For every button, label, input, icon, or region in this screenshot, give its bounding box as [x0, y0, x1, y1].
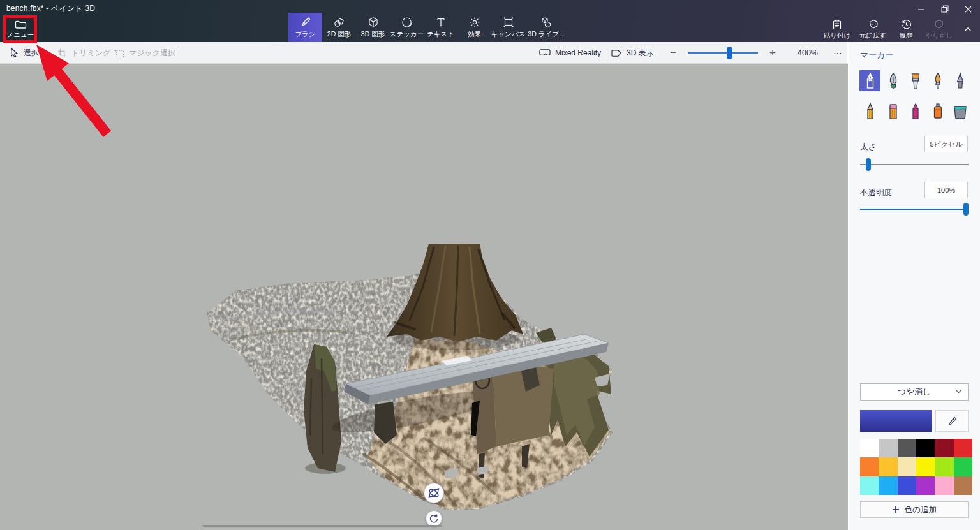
palette-color[interactable]: [860, 457, 879, 476]
orbit-rotate-button[interactable]: [424, 483, 444, 503]
palette-color[interactable]: [879, 457, 897, 476]
brush-eraser[interactable]: [882, 100, 903, 121]
crayon-icon: [908, 102, 923, 120]
palette-color[interactable]: [935, 439, 953, 457]
canvas-toolbar: 選択 トリミング マジック選択 Mixed Reality 3D 表示 − + …: [0, 42, 847, 64]
window-title: bench.fbx* - ペイント 3D: [6, 0, 95, 17]
tab-brush[interactable]: ブラシ: [288, 13, 322, 42]
thickness-slider[interactable]: [860, 158, 969, 171]
palette-color[interactable]: [860, 476, 879, 495]
palette-color[interactable]: [898, 476, 916, 495]
palette-color[interactable]: [898, 457, 916, 476]
magic-select-button[interactable]: マジック選択: [114, 42, 175, 64]
tab-label: テキスト: [427, 30, 454, 39]
oil-brush-icon: [908, 72, 923, 90]
opacity-value[interactable]: 100%: [924, 182, 968, 198]
more-options-button[interactable]: ⋯: [833, 48, 843, 58]
tab-3d-shapes[interactable]: 3D 図形: [356, 13, 390, 42]
palette-color[interactable]: [954, 476, 972, 495]
brush-settings-panel: マーカー: [849, 42, 980, 530]
opacity-slider[interactable]: [860, 203, 969, 216]
reset-rotation-icon: [429, 513, 439, 524]
collapse-ribbon-button[interactable]: [958, 17, 977, 42]
brush-oil[interactable]: [905, 70, 926, 91]
palette-color[interactable]: [916, 457, 935, 476]
palette-color[interactable]: [954, 457, 972, 476]
palette-color[interactable]: [916, 439, 935, 457]
palette-color[interactable]: [935, 476, 953, 495]
canvas-viewport[interactable]: [0, 64, 848, 530]
zoom-controls: − + 400% ⋯: [664, 42, 843, 64]
thickness-value[interactable]: 5ピクセル: [924, 136, 968, 152]
opacity-thumb[interactable]: [963, 203, 969, 216]
brush-spray-can[interactable]: [927, 100, 948, 121]
tab-canvas[interactable]: キャンバス: [491, 13, 525, 42]
bench-3d-model[interactable]: [204, 244, 616, 512]
tab-label: 3D 図形: [361, 30, 385, 39]
opacity-label: 不透明度: [860, 188, 892, 198]
palette-color[interactable]: [898, 439, 916, 457]
palette-color[interactable]: [916, 476, 935, 495]
minimize-button[interactable]: [909, 0, 933, 18]
orbit-3d-icon: [427, 486, 441, 500]
brush-pencil[interactable]: [859, 100, 880, 121]
paste-icon: [832, 19, 842, 30]
brush-crayon[interactable]: [905, 100, 926, 121]
material-dropdown[interactable]: つや消し: [860, 383, 969, 401]
select-cursor-icon: [10, 48, 19, 58]
history-icon: [901, 19, 912, 30]
palette-color[interactable]: [879, 439, 897, 457]
tab-label: キャンバス: [491, 30, 526, 39]
history-button[interactable]: 履歴: [892, 17, 920, 42]
horizontal-scrollbar[interactable]: [202, 525, 442, 527]
redo-label: やり直し: [926, 31, 953, 40]
brush-pixel-pen[interactable]: [949, 70, 970, 91]
maximize-button[interactable]: [933, 0, 956, 18]
palette-color[interactable]: [860, 439, 879, 457]
redo-icon: [934, 19, 945, 30]
brush-calligraphy-pen[interactable]: [882, 70, 903, 91]
view-3d-button[interactable]: 3D 表示: [611, 42, 654, 64]
paste-button[interactable]: 貼り付け: [820, 17, 854, 42]
eyedropper-icon: [947, 416, 957, 426]
zoom-in-button[interactable]: +: [763, 47, 782, 59]
zoom-slider-thumb[interactable]: [727, 47, 732, 59]
history-label: 履歴: [900, 31, 913, 40]
mixed-reality-label: Mixed Reality: [555, 48, 601, 57]
palette-color[interactable]: [954, 439, 972, 457]
plus-icon: [892, 506, 900, 513]
current-color-swatch[interactable]: [860, 410, 932, 432]
view-3d-icon: [611, 48, 622, 58]
tab-effects[interactable]: 効果: [457, 13, 491, 42]
brush-fill[interactable]: [949, 100, 970, 121]
redo-button[interactable]: やり直し: [922, 17, 956, 42]
brush-watercolor[interactable]: [927, 70, 948, 91]
tab-2d-shapes[interactable]: 2D 図形: [322, 13, 356, 42]
thickness-thumb[interactable]: [866, 158, 871, 171]
palette-color[interactable]: [879, 476, 897, 495]
fill-bucket-icon: [952, 102, 969, 120]
mixed-reality-button[interactable]: Mixed Reality: [539, 42, 601, 64]
tab-3d-library[interactable]: 3D ライブ...: [525, 13, 567, 42]
select-button[interactable]: 選択: [10, 42, 39, 64]
undo-button[interactable]: 元に戻す: [856, 17, 890, 42]
crop-button[interactable]: トリミング: [57, 42, 110, 64]
brush-icon: [300, 17, 311, 28]
palette-color[interactable]: [935, 457, 953, 476]
magic-select-icon: [114, 48, 124, 58]
close-button[interactable]: [956, 0, 980, 18]
eyedropper-button[interactable]: [935, 410, 969, 432]
tab-text[interactable]: テキスト: [424, 13, 457, 42]
effects-icon: [469, 17, 480, 28]
watercolor-brush-icon: [930, 72, 946, 90]
tab-label: 2D 図形: [327, 30, 351, 39]
add-color-button[interactable]: 色の追加: [860, 501, 969, 518]
tab-stickers[interactable]: ステッカー: [390, 13, 424, 42]
mixed-reality-icon: [539, 48, 551, 57]
zoom-out-button[interactable]: −: [664, 47, 683, 59]
zoom-slider[interactable]: [688, 47, 758, 59]
close-icon: [965, 6, 972, 13]
zoom-slider-track: [688, 52, 758, 54]
tab-label: 3D ライブ...: [528, 30, 564, 39]
brush-marker[interactable]: [859, 70, 880, 91]
